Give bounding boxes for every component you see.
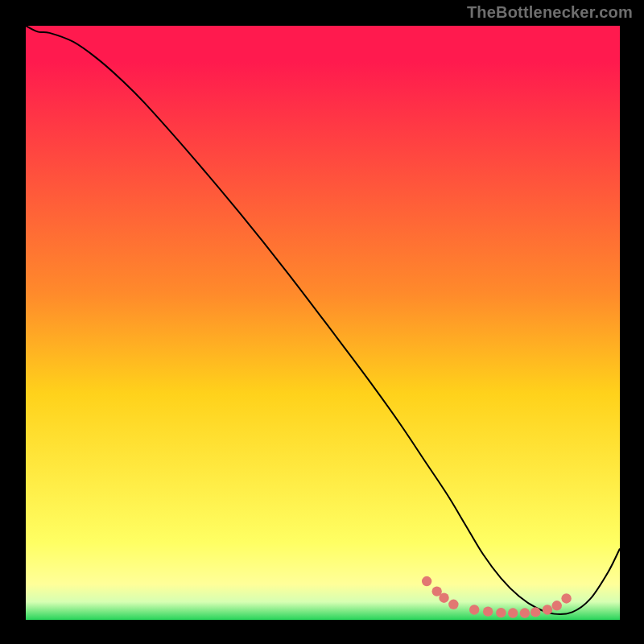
watermark-text: TheBottlenecker.com [467, 3, 633, 22]
chart-gradient-bg [26, 26, 620, 620]
chart-svg [26, 26, 620, 620]
chart-marker [422, 576, 431, 586]
chart-marker [483, 606, 493, 616]
chart-marker [552, 601, 562, 610]
chart-marker [530, 607, 540, 617]
chart-plot-area [26, 26, 620, 620]
chart-marker [543, 605, 552, 614]
chart-marker [520, 608, 530, 617]
chart-marker [561, 593, 571, 603]
chart-marker [448, 600, 458, 609]
chart-marker [508, 608, 518, 617]
chart-marker [496, 608, 506, 617]
chart-marker [439, 592, 448, 602]
chart-marker [469, 605, 479, 614]
